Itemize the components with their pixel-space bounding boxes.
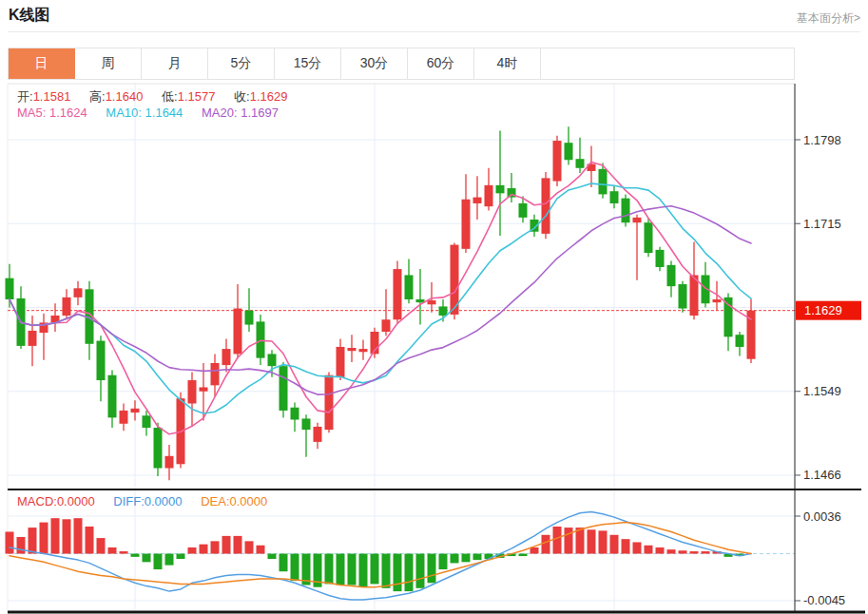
macd-bar <box>656 547 665 554</box>
candle[interactable] <box>736 335 744 347</box>
close-value: 1.1629 <box>250 89 288 104</box>
candle[interactable] <box>622 199 630 223</box>
candle[interactable] <box>496 185 505 194</box>
candle[interactable] <box>599 169 608 195</box>
macd-bar <box>553 527 562 554</box>
macd-bar <box>325 554 334 585</box>
macd-tick-label: -0.0045 <box>803 593 845 607</box>
macd-bar <box>599 530 608 553</box>
candle[interactable] <box>245 311 254 325</box>
candle[interactable] <box>633 218 642 222</box>
candle[interactable] <box>302 418 311 430</box>
ma-readout: MA5: 1.1624 MA10: 1.1644 MA20: 1.1697 <box>17 106 294 120</box>
macd-label: MACD: <box>17 494 57 508</box>
macd-bar <box>337 554 345 585</box>
macd-bar <box>222 536 231 554</box>
macd-tick-label: 0.0036 <box>803 509 841 524</box>
candle[interactable] <box>188 380 197 403</box>
candle[interactable] <box>314 427 322 442</box>
candle[interactable] <box>97 341 106 380</box>
candle[interactable] <box>724 297 733 336</box>
macd-bar <box>268 554 277 559</box>
macd-bar <box>565 528 573 553</box>
open-label: 开: <box>17 89 33 104</box>
candle[interactable] <box>359 349 368 352</box>
price-tick-label: 1.1798 <box>803 133 841 147</box>
macd-bar <box>234 536 242 554</box>
candle[interactable] <box>234 309 242 355</box>
ma10-label: MA10: <box>106 106 142 120</box>
candle[interactable] <box>337 347 345 377</box>
macd-bar <box>120 551 128 554</box>
macd-bar <box>6 531 14 553</box>
candle[interactable] <box>428 300 436 304</box>
candle[interactable] <box>394 269 402 319</box>
candle[interactable] <box>348 348 357 351</box>
macd-bar <box>394 554 402 592</box>
candle[interactable] <box>405 275 414 299</box>
macd-bar <box>177 554 185 559</box>
macd-bar <box>17 537 26 554</box>
ma20-value: 1.1697 <box>241 106 279 120</box>
macd-bar <box>702 551 710 554</box>
candle[interactable] <box>154 428 163 469</box>
macd-bar <box>382 554 391 588</box>
candle[interactable] <box>325 375 334 430</box>
candle[interactable] <box>74 288 83 297</box>
candle[interactable] <box>610 191 619 203</box>
candle[interactable] <box>131 409 140 413</box>
candle[interactable] <box>565 143 573 160</box>
candle[interactable] <box>6 278 14 299</box>
candle[interactable] <box>553 141 562 182</box>
candle[interactable] <box>667 265 676 286</box>
macd-value: 0.0000 <box>57 494 95 508</box>
candle[interactable] <box>222 349 231 365</box>
macd-bar <box>473 554 482 561</box>
candle[interactable] <box>439 306 448 316</box>
macd-bar <box>40 523 48 554</box>
candle[interactable] <box>280 366 288 411</box>
candle[interactable] <box>645 222 653 253</box>
macd-bar <box>200 545 208 554</box>
macd-bar <box>451 554 459 564</box>
candle[interactable] <box>679 284 687 309</box>
macd-bar <box>428 554 436 584</box>
macd-bar <box>622 539 630 553</box>
ma20-label: MA20: <box>202 106 238 120</box>
candle[interactable] <box>257 321 265 357</box>
macd-bar <box>348 554 357 585</box>
macd-bar <box>143 554 151 563</box>
macd-bar <box>74 518 83 553</box>
macd-bar <box>405 554 414 592</box>
candle[interactable] <box>485 185 493 206</box>
open-value: 1.1581 <box>33 89 71 104</box>
candle[interactable] <box>519 203 528 218</box>
macd-bar <box>588 529 596 553</box>
candle[interactable] <box>656 250 665 267</box>
candle[interactable] <box>200 387 208 391</box>
candle[interactable] <box>291 408 299 420</box>
high-value: 1.1640 <box>106 89 144 104</box>
ma5-label: MA5: <box>17 106 46 120</box>
candle[interactable] <box>143 415 151 428</box>
macd-bar <box>154 554 163 569</box>
candle[interactable] <box>382 319 391 332</box>
candle[interactable] <box>713 299 722 302</box>
candle[interactable] <box>542 178 550 233</box>
candle[interactable] <box>165 456 174 469</box>
candle[interactable] <box>63 297 71 316</box>
candle[interactable] <box>108 375 117 418</box>
close-label: 收: <box>234 89 250 104</box>
macd-bar <box>633 542 642 553</box>
candle[interactable] <box>120 411 128 424</box>
candle[interactable] <box>211 363 220 385</box>
candle[interactable] <box>576 159 585 168</box>
macd-bar <box>245 541 254 553</box>
candle[interactable] <box>29 331 37 346</box>
candle[interactable] <box>473 198 482 203</box>
candle[interactable] <box>462 200 471 249</box>
macd-bar <box>211 541 220 553</box>
macd-bar <box>667 549 676 553</box>
candle[interactable] <box>268 354 277 366</box>
price-tick-label: 1.1715 <box>803 217 841 231</box>
